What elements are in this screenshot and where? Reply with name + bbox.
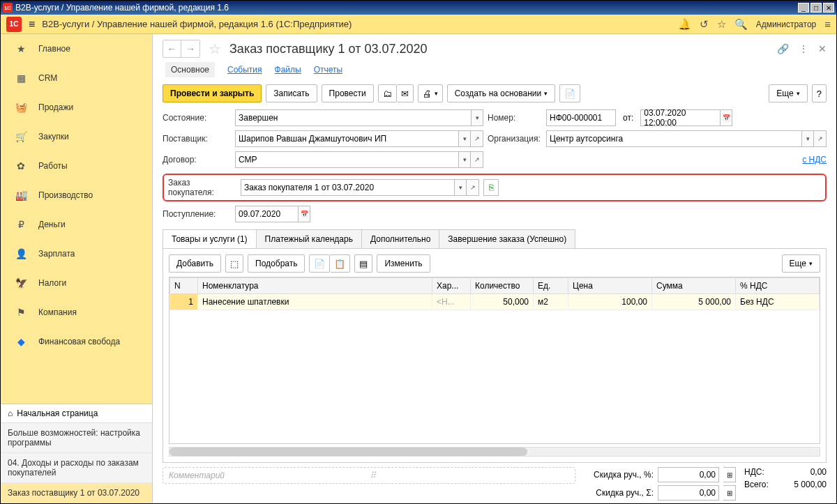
contract-input[interactable]: СМР — [235, 151, 458, 168]
disc-pct-input[interactable]: 0,00 — [658, 467, 719, 482]
calendar-icon[interactable]: 📅 — [298, 206, 310, 222]
email-button[interactable]: ✉ — [397, 84, 414, 102]
more-icon[interactable]: ⋮ — [799, 43, 808, 54]
create-based-button[interactable]: Создать на основании▾ — [447, 84, 556, 102]
number-label: Номер: — [488, 113, 542, 123]
fill-from-order-button[interactable]: ⎘ — [483, 179, 499, 196]
side-item-crm[interactable]: ▦CRM — [1, 63, 152, 93]
vat-link[interactable]: с НДС — [802, 155, 827, 165]
paste-button[interactable]: 📋 — [330, 254, 350, 273]
window-title: В2В-услуги / Управление нашей фирмой, ре… — [15, 3, 798, 13]
state-input[interactable]: Завершен — [235, 109, 471, 126]
home-link[interactable]: ⌂Начальная страница — [1, 404, 152, 423]
side-item-works[interactable]: ✿Работы — [1, 151, 152, 181]
side-item-company[interactable]: ⚑Компания — [1, 298, 152, 327]
copy-button[interactable]: 📄 — [309, 254, 330, 273]
table-row[interactable]: 1 Нанесение шпатлевки <Н... 50,000 м2 10… — [170, 294, 820, 310]
save-button[interactable]: Записать — [266, 84, 317, 102]
receipt-input[interactable]: 09.07.2020 — [235, 206, 298, 222]
side-item-taxes[interactable]: 🦅Налоги — [1, 268, 152, 298]
post-close-button[interactable]: Провести и закрыть — [163, 84, 262, 102]
dropdown-icon[interactable]: ▾ — [458, 130, 471, 147]
dropdown-icon[interactable]: ▾ — [454, 179, 467, 196]
tools-icon: ✿ — [15, 160, 27, 172]
side-link-current-doc[interactable]: Заказ поставщику 1 от 03.07.2020 — [1, 483, 152, 503]
tab-reports[interactable]: Отчеты — [314, 62, 342, 77]
number-input[interactable]: НФ00-000001 — [546, 109, 616, 126]
post-button[interactable]: Провести — [322, 84, 374, 102]
tab-files[interactable]: Файлы — [275, 62, 301, 77]
tab-payment-calendar[interactable]: Платежный календарь — [256, 229, 362, 248]
eagle-icon: 🦅 — [15, 277, 27, 289]
side-item-purchases[interactable]: 🛒Закупки — [1, 122, 152, 151]
minimize-button[interactable]: _ — [798, 3, 809, 13]
side-item-money[interactable]: ₽Деньги — [1, 210, 152, 239]
nav-back-button[interactable]: ← — [163, 40, 181, 57]
org-input[interactable]: Центр аутсорсинга — [546, 130, 801, 147]
side-item-production[interactable]: 🏭Производство — [1, 181, 152, 210]
user-label[interactable]: Администратор — [756, 20, 817, 29]
add-row-button[interactable]: Добавить — [169, 254, 221, 273]
side-item-main[interactable]: ★Главное — [1, 34, 152, 63]
tab-goods[interactable]: Товары и услуги (1) — [163, 229, 257, 248]
from-label: от: — [623, 113, 633, 123]
tab-completion[interactable]: Завершение заказа (Успешно) — [439, 229, 575, 248]
bell-icon[interactable]: 🔔 — [678, 18, 691, 31]
tab-events[interactable]: События — [227, 62, 262, 77]
close-button[interactable]: ✕ — [823, 3, 834, 13]
cart-icon: 🛒 — [15, 130, 27, 143]
dropdown-icon[interactable]: ▾ — [801, 130, 814, 147]
home-icon: ⌂ — [8, 408, 13, 418]
tab-main[interactable]: Основное — [165, 62, 215, 77]
table-more-button[interactable]: Еще▾ — [782, 254, 820, 273]
date-input[interactable]: 03.07.2020 12:00:00 — [640, 109, 720, 126]
cust-order-input[interactable]: Заказ покупателя 1 от 03.07.2020 — [241, 179, 454, 196]
drag-handle-icon[interactable]: ⠿ — [370, 471, 377, 480]
org-label: Организация: — [488, 134, 542, 144]
sidebar: ★Главное ▦CRM 🧺Продажи 🛒Закупки ✿Работы … — [1, 34, 153, 503]
pick-button[interactable]: Подобрать — [248, 254, 305, 273]
logo-1c-icon: 1C — [6, 17, 22, 32]
star-icon[interactable]: ☆ — [717, 18, 726, 31]
disc-sum-input[interactable]: 0,00 — [658, 485, 719, 501]
maximize-button[interactable]: □ — [810, 3, 822, 13]
settings-icon[interactable]: ≡ — [824, 18, 831, 30]
calc-icon[interactable]: ⊞ — [723, 485, 736, 501]
print-button[interactable]: 🖨▾ — [418, 84, 443, 102]
search-icon[interactable]: 🔍 — [734, 18, 748, 31]
change-button[interactable]: Изменить — [377, 254, 430, 273]
h-scrollbar[interactable] — [169, 447, 820, 457]
dropdown-icon[interactable]: ▾ — [471, 109, 483, 126]
side-link-report[interactable]: 04. Доходы и расходы по заказам покупате… — [1, 453, 152, 483]
calendar-icon[interactable]: 📅 — [720, 109, 732, 126]
side-item-sales[interactable]: 🧺Продажи — [1, 93, 152, 122]
barcode-button[interactable]: ⬚ — [225, 254, 243, 273]
doc-action1-button[interactable]: 🗂 — [378, 84, 397, 102]
open-icon[interactable]: ↗ — [814, 130, 827, 147]
app-icon: 1C — [3, 3, 13, 13]
calc-icon[interactable]: ⊞ — [723, 467, 736, 482]
contract-label: Договор: — [163, 155, 231, 165]
star-icon: ★ — [15, 43, 27, 55]
close-doc-button[interactable]: ✕ — [818, 43, 827, 54]
nav-fwd-button[interactable]: → — [181, 40, 199, 57]
side-item-salary[interactable]: 👤Зарплата — [1, 239, 152, 268]
menu-icon[interactable]: ≡ — [29, 18, 35, 31]
report-button[interactable]: 📄 — [559, 84, 580, 102]
comment-input[interactable]: Комментарий⠿ — [163, 467, 575, 484]
tab-additional[interactable]: Дополнительно — [361, 229, 439, 248]
supplier-input[interactable]: Шарипов Равшан Джамшуточович ИП — [235, 130, 458, 147]
side-item-finfreedom[interactable]: ◆Финансовая свобода — [1, 327, 152, 356]
items-grid[interactable]: N Номенклатура Хар... Количество Ед. Цен… — [169, 277, 820, 444]
favorite-icon[interactable]: ☆ — [209, 40, 221, 57]
help-button[interactable]: ? — [812, 84, 827, 102]
open-icon[interactable]: ↗ — [471, 130, 483, 147]
open-icon[interactable]: ↗ — [467, 179, 479, 196]
open-icon[interactable]: ↗ — [471, 151, 483, 168]
side-link-settings[interactable]: Больше возможностей: настройка программы — [1, 423, 152, 453]
more-button[interactable]: Еще▾ — [769, 84, 807, 102]
grid-button[interactable]: ▤ — [354, 254, 372, 273]
dropdown-icon[interactable]: ▾ — [458, 151, 471, 168]
history-icon[interactable]: ↺ — [700, 18, 709, 31]
link-icon[interactable]: 🔗 — [777, 43, 789, 54]
